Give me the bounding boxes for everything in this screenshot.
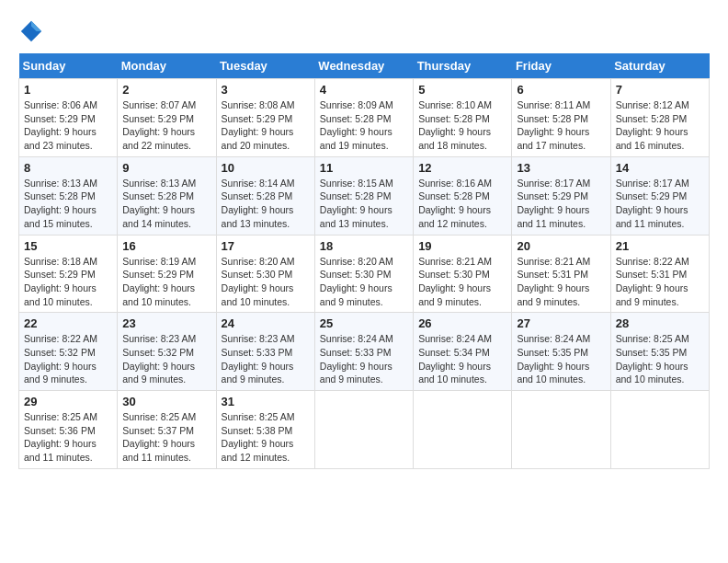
calendar-cell: 27 Sunrise: 8:24 AM Sunset: 5:35 PM Dayl… (512, 313, 610, 391)
day-sunrise: Sunrise: 8:07 AM (122, 99, 196, 110)
day-sunset: Sunset: 5:29 PM (24, 269, 96, 280)
day-number: 9 (122, 161, 210, 175)
calendar-week-4: 22 Sunrise: 8:22 AM Sunset: 5:32 PM Dayl… (19, 313, 710, 391)
day-number: 22 (24, 316, 112, 330)
day-sunrise: Sunrise: 8:14 AM (222, 178, 295, 189)
day-sunset: Sunset: 5:33 PM (320, 347, 392, 358)
day-daylight: Daylight: 9 hours and 19 minutes. (320, 126, 392, 151)
calendar-cell: 21 Sunrise: 8:22 AM Sunset: 5:31 PM Dayl… (610, 235, 709, 313)
day-number: 5 (418, 83, 506, 97)
day-daylight: Daylight: 9 hours and 10 minutes. (222, 282, 294, 307)
day-number: 29 (24, 395, 112, 408)
calendar-table: SundayMondayTuesdayWednesdayThursdayFrid… (18, 53, 710, 469)
day-sunrise: Sunrise: 8:12 AM (616, 99, 689, 110)
day-sunset: Sunset: 5:36 PM (24, 425, 96, 436)
calendar-cell: 10 Sunrise: 8:14 AM Sunset: 5:28 PM Dayl… (216, 156, 314, 235)
calendar-week-1: 1 Sunrise: 8:06 AM Sunset: 5:29 PM Dayli… (19, 79, 710, 157)
day-daylight: Daylight: 9 hours and 18 minutes. (418, 126, 491, 151)
day-sunset: Sunset: 5:29 PM (222, 113, 293, 124)
calendar-header: SundayMondayTuesdayWednesdayThursdayFrid… (19, 53, 710, 79)
day-daylight: Daylight: 9 hours and 10 minutes. (616, 361, 688, 385)
day-daylight: Daylight: 9 hours and 11 minutes. (616, 204, 688, 229)
day-sunset: Sunset: 5:29 PM (517, 190, 588, 201)
calendar-cell: 28 Sunrise: 8:25 AM Sunset: 5:35 PM Dayl… (610, 313, 709, 391)
calendar-cell: 18 Sunrise: 8:20 AM Sunset: 5:30 PM Dayl… (314, 235, 413, 313)
calendar-week-5: 29 Sunrise: 8:25 AM Sunset: 5:36 PM Dayl… (19, 391, 710, 469)
day-sunrise: Sunrise: 8:08 AM (222, 99, 295, 110)
day-daylight: Daylight: 9 hours and 14 minutes. (122, 204, 195, 229)
day-number: 27 (517, 316, 605, 330)
day-number: 2 (122, 83, 210, 97)
day-sunrise: Sunrise: 8:17 AM (517, 178, 590, 189)
logo (18, 18, 48, 44)
day-daylight: Daylight: 9 hours and 9 minutes. (616, 282, 688, 307)
header-day-monday: Monday (118, 53, 216, 79)
day-sunset: Sunset: 5:29 PM (122, 269, 194, 280)
calendar-cell: 1 Sunrise: 8:06 AM Sunset: 5:29 PM Dayli… (19, 79, 118, 157)
day-daylight: Daylight: 9 hours and 10 minutes. (418, 361, 491, 385)
day-sunrise: Sunrise: 8:19 AM (122, 256, 196, 267)
day-sunrise: Sunrise: 8:20 AM (320, 256, 393, 267)
calendar-cell: 12 Sunrise: 8:16 AM Sunset: 5:28 PM Dayl… (414, 156, 512, 235)
day-sunset: Sunset: 5:38 PM (222, 425, 293, 436)
day-daylight: Daylight: 9 hours and 10 minutes. (122, 282, 195, 307)
day-sunrise: Sunrise: 8:10 AM (418, 99, 492, 110)
day-number: 17 (222, 239, 310, 253)
calendar-cell: 14 Sunrise: 8:17 AM Sunset: 5:29 PM Dayl… (610, 156, 709, 235)
day-number: 16 (122, 239, 210, 253)
day-sunrise: Sunrise: 8:13 AM (24, 178, 97, 189)
calendar-body: 1 Sunrise: 8:06 AM Sunset: 5:29 PM Dayli… (19, 79, 710, 469)
header-day-friday: Friday (512, 53, 610, 79)
day-sunset: Sunset: 5:35 PM (517, 347, 588, 358)
day-daylight: Daylight: 9 hours and 10 minutes. (517, 361, 589, 385)
day-daylight: Daylight: 9 hours and 9 minutes. (517, 282, 589, 307)
day-sunset: Sunset: 5:32 PM (122, 347, 194, 358)
day-sunrise: Sunrise: 8:21 AM (517, 256, 590, 267)
day-number: 19 (418, 239, 506, 253)
day-number: 7 (616, 83, 704, 97)
day-daylight: Daylight: 9 hours and 9 minutes. (418, 282, 491, 307)
calendar-cell: 19 Sunrise: 8:21 AM Sunset: 5:30 PM Dayl… (414, 235, 512, 313)
day-number: 13 (517, 161, 605, 175)
day-sunrise: Sunrise: 8:25 AM (222, 411, 295, 422)
day-number: 4 (320, 83, 408, 97)
day-sunset: Sunset: 5:29 PM (122, 113, 194, 124)
header-day-tuesday: Tuesday (216, 53, 314, 79)
day-sunrise: Sunrise: 8:22 AM (616, 256, 689, 267)
calendar-cell: 2 Sunrise: 8:07 AM Sunset: 5:29 PM Dayli… (118, 79, 216, 157)
day-number: 21 (616, 239, 704, 253)
day-sunset: Sunset: 5:28 PM (320, 190, 392, 201)
day-sunrise: Sunrise: 8:25 AM (122, 411, 196, 422)
day-number: 30 (122, 395, 210, 408)
calendar-cell: 13 Sunrise: 8:17 AM Sunset: 5:29 PM Dayl… (512, 156, 610, 235)
day-sunset: Sunset: 5:30 PM (222, 269, 293, 280)
calendar-cell: 29 Sunrise: 8:25 AM Sunset: 5:36 PM Dayl… (19, 391, 118, 469)
day-number: 28 (616, 316, 704, 330)
day-number: 15 (24, 239, 112, 253)
day-daylight: Daylight: 9 hours and 15 minutes. (24, 204, 97, 229)
calendar-cell: 3 Sunrise: 8:08 AM Sunset: 5:29 PM Dayli… (216, 79, 314, 157)
calendar-cell: 26 Sunrise: 8:24 AM Sunset: 5:34 PM Dayl… (414, 313, 512, 391)
calendar-cell: 25 Sunrise: 8:24 AM Sunset: 5:33 PM Dayl… (314, 313, 413, 391)
day-sunset: Sunset: 5:29 PM (616, 190, 688, 201)
calendar-cell: 7 Sunrise: 8:12 AM Sunset: 5:28 PM Dayli… (610, 79, 709, 157)
day-sunrise: Sunrise: 8:06 AM (24, 99, 97, 110)
day-daylight: Daylight: 9 hours and 9 minutes. (222, 361, 294, 385)
day-sunset: Sunset: 5:35 PM (616, 347, 688, 358)
day-sunrise: Sunrise: 8:16 AM (418, 178, 492, 189)
day-sunset: Sunset: 5:31 PM (616, 269, 688, 280)
day-daylight: Daylight: 9 hours and 20 minutes. (222, 126, 294, 151)
day-sunset: Sunset: 5:28 PM (418, 190, 490, 201)
day-sunset: Sunset: 5:28 PM (418, 113, 490, 124)
header-day-sunday: Sunday (19, 53, 118, 79)
day-number: 1 (24, 83, 112, 97)
day-daylight: Daylight: 9 hours and 11 minutes. (24, 438, 97, 463)
day-number: 26 (418, 316, 506, 330)
day-daylight: Daylight: 9 hours and 11 minutes. (517, 204, 589, 229)
day-daylight: Daylight: 9 hours and 12 minutes. (418, 204, 491, 229)
calendar-cell (314, 391, 413, 469)
day-sunrise: Sunrise: 8:13 AM (122, 178, 196, 189)
day-sunrise: Sunrise: 8:25 AM (616, 333, 689, 344)
calendar-cell: 8 Sunrise: 8:13 AM Sunset: 5:28 PM Dayli… (19, 156, 118, 235)
day-number: 20 (517, 239, 605, 253)
